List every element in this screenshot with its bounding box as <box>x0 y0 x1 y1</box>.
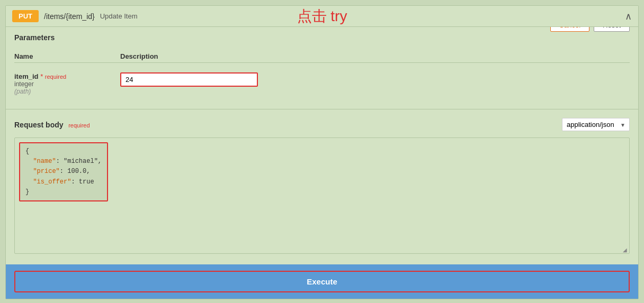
code-colon-2: : <box>60 168 67 175</box>
param-location: (path) <box>14 88 120 95</box>
api-panel: PUT /items/{item_id} Update Item 点击 try … <box>5 5 639 299</box>
api-body: Cancel Reset Parameters Name Description… <box>6 27 638 299</box>
code-brace-close: } <box>25 188 29 196</box>
annotation-text: 点击 try <box>297 6 347 26</box>
code-key-price: "price" <box>33 168 59 175</box>
content-type-select[interactable]: application/json application/xml text/pl… <box>562 118 630 131</box>
code-comma-1: , <box>98 158 102 165</box>
method-badge: PUT <box>12 10 39 22</box>
params-header: Name Description <box>14 50 630 63</box>
param-type: integer <box>14 80 120 88</box>
required-star: * <box>40 72 43 80</box>
item-id-input[interactable] <box>120 72 258 87</box>
execute-section: Execute <box>6 264 638 299</box>
collapse-icon[interactable]: ∧ <box>625 11 632 22</box>
code-indent-2 <box>25 168 33 175</box>
api-header: PUT /items/{item_id} Update Item 点击 try … <box>6 6 638 27</box>
request-body-section: Request body required application/json a… <box>6 112 638 260</box>
code-brace-open: { <box>25 148 29 155</box>
resize-handle[interactable]: ◢ <box>623 247 628 252</box>
code-value-price: 100.0 <box>67 168 86 175</box>
code-editor: { "name": "michael", "price": 100.0, "is… <box>14 137 630 254</box>
params-table: Name Description item_id * required inte… <box>14 50 630 100</box>
code-value-offer: true <box>79 178 94 186</box>
code-block[interactable]: { "name": "michael", "price": 100.0, "is… <box>19 142 108 201</box>
outer-container: PUT /items/{item_id} Update Item 点击 try … <box>0 0 644 303</box>
code-colon-3: : <box>71 178 78 186</box>
col-name-header: Name <box>14 52 120 60</box>
col-description-header: Description <box>120 52 630 60</box>
request-body-title-container: Request body required <box>14 121 90 129</box>
divider <box>6 109 638 109</box>
execute-button[interactable]: Execute <box>14 271 630 292</box>
param-row-item-id: item_id * required integer (path) <box>14 67 630 100</box>
code-key-name: "name" <box>33 158 56 165</box>
param-name-label: item_id <box>14 72 39 80</box>
code-indent-3 <box>25 178 33 186</box>
parameters-section: Cancel Reset Parameters Name Description… <box>6 27 638 107</box>
request-body-required: required <box>68 122 90 128</box>
param-name-cell: item_id * required integer (path) <box>14 72 120 95</box>
code-indent-1 <box>25 158 33 165</box>
parameters-title: Parameters <box>14 33 630 42</box>
endpoint-description: Update Item <box>100 12 138 20</box>
code-value-name: "michael" <box>64 158 98 165</box>
param-input-cell <box>120 72 630 87</box>
content-type-select-wrapper[interactable]: application/json application/xml text/pl… <box>562 118 630 131</box>
request-body-title: Request body <box>14 121 64 129</box>
code-colon-1: : <box>56 158 64 165</box>
request-body-header: Request body required application/json a… <box>14 118 630 131</box>
endpoint-path: /items/{item_id} <box>44 12 95 21</box>
code-key-offer: "is_offer" <box>33 178 71 186</box>
required-label: required <box>45 74 66 80</box>
code-comma-2: , <box>86 168 90 175</box>
